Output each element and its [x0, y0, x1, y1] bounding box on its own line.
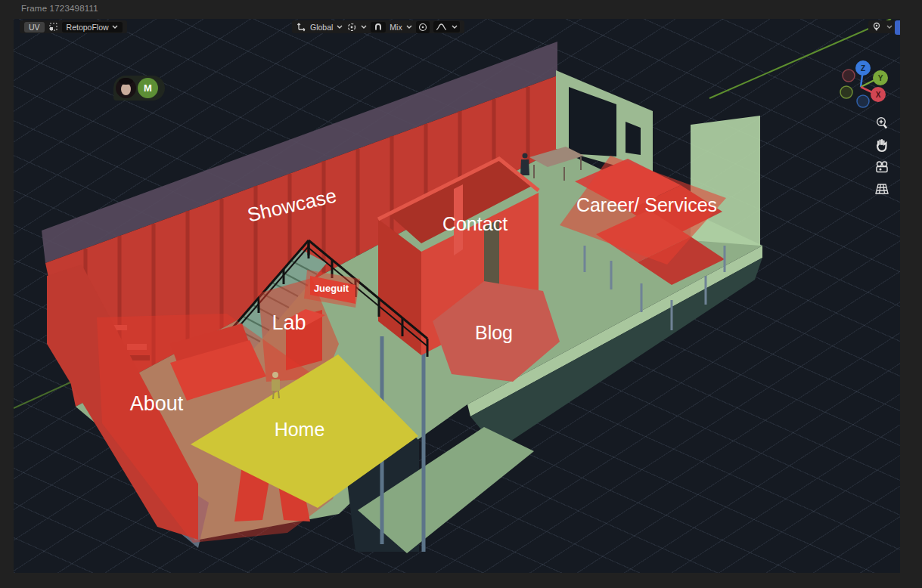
addon-dropdown[interactable]: RetopoFlow [62, 22, 123, 32]
axis-neg-x[interactable] [843, 70, 855, 82]
orthographic-grid-icon[interactable] [874, 181, 889, 197]
transform-orientation-icon[interactable] [296, 22, 306, 32]
toolbar-right [868, 20, 896, 33]
label-contact[interactable]: Contact [442, 213, 508, 235]
viewport-tools [874, 116, 889, 197]
frame-title[interactable]: Frame 1723498111 [21, 4, 98, 13]
pivot-point-icon[interactable] [346, 22, 357, 32]
axis-y-label: Y [878, 74, 883, 82]
navigation-gizmo[interactable]: Z Y X [830, 58, 899, 119]
axis-z-label: Z [861, 64, 865, 73]
chevron-down-icon[interactable] [361, 25, 367, 29]
chevron-down-icon[interactable] [886, 25, 893, 29]
chevron-down-icon [112, 25, 118, 29]
label-career-services[interactable]: Career/ Services [576, 194, 717, 216]
viewport-shading-partial[interactable] [895, 20, 900, 35]
label-jueguito[interactable]: Jueguit [314, 283, 349, 294]
collaborator-bubble[interactable]: M [113, 76, 165, 101]
zoom-icon[interactable] [874, 116, 889, 131]
label-home[interactable]: Home [275, 419, 325, 441]
axis-neg-y[interactable] [840, 86, 852, 98]
scene-3d [14, 19, 900, 573]
axis-x-label: X [876, 91, 881, 99]
toolbar-center: Global Mix [292, 20, 464, 33]
proportional-editing-icon[interactable] [416, 21, 430, 33]
standing-figure-body [520, 159, 529, 175]
snap-blend-dropdown[interactable]: Mix [390, 23, 402, 32]
label-lab[interactable]: Lab [272, 311, 306, 335]
uv-mode-button[interactable]: UV [24, 22, 45, 32]
chevron-down-icon[interactable] [406, 25, 412, 29]
camera-view-icon[interactable] [874, 159, 889, 175]
label-about[interactable]: About [130, 392, 184, 416]
falloff-curve-icon[interactable] [433, 21, 460, 32]
chevron-down-icon[interactable] [337, 25, 343, 29]
pan-hand-icon[interactable] [874, 138, 889, 153]
show-gizmo-icon[interactable] [871, 22, 883, 32]
blender-viewport[interactable]: Showcase Contact Career/ Services Blog L… [14, 19, 900, 573]
avatar [116, 78, 136, 98]
orientation-dropdown[interactable]: Global [310, 23, 333, 32]
snap-magnet-icon[interactable] [371, 22, 386, 32]
axis-neg-z[interactable] [857, 95, 869, 107]
label-blog[interactable]: Blog [475, 322, 513, 344]
standing-figure-head [523, 153, 528, 159]
collaborator-initial-badge: M [138, 78, 158, 98]
design-canvas: Frame 1723498111 [0, 0, 922, 588]
sticky-selection-icon[interactable] [48, 22, 58, 32]
toolbar-left: UV RetopoFlow [20, 20, 127, 33]
